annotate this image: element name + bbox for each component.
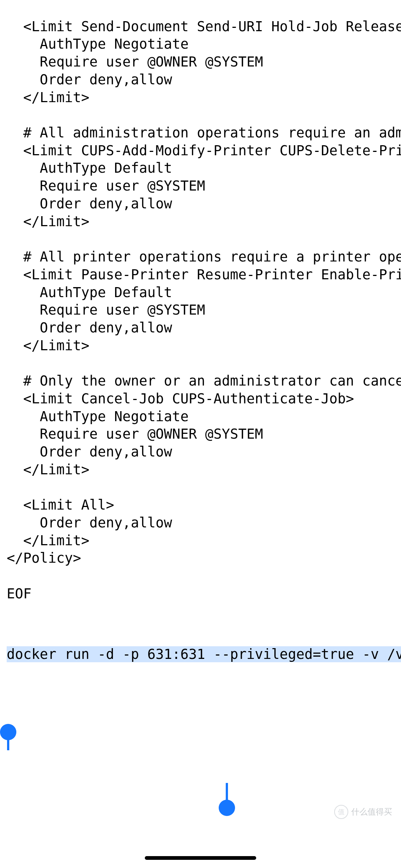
- config-code-block[interactable]: <Limit Send-Document Send-URI Hold-Job R…: [7, 18, 394, 603]
- selection-handle-start-stem: [7, 732, 9, 750]
- home-indicator[interactable]: [145, 856, 256, 860]
- watermark: 值 什么值得买: [334, 805, 392, 819]
- selection-handle-end[interactable]: [219, 800, 235, 816]
- text-selection[interactable]: docker run -d -p 631:631 --privileged=tr…: [7, 646, 401, 662]
- watermark-text: 什么值得买: [351, 806, 392, 817]
- watermark-icon: 值: [334, 805, 348, 819]
- selection-handle-end-stem: [226, 783, 228, 801]
- docker-command-block[interactable]: docker run -d -p 631:631 --privileged=tr…: [7, 646, 394, 663]
